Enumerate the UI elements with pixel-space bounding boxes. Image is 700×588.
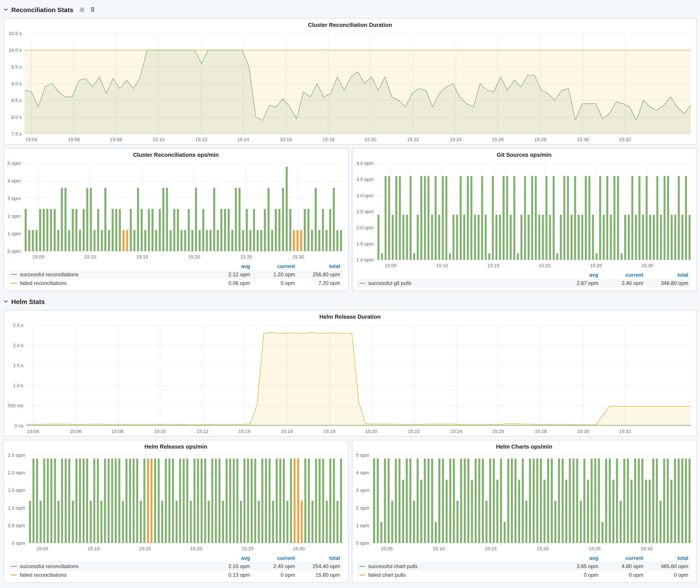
series-swatch: [11, 566, 17, 567]
cluster-reconciliations-chart[interactable]: 15:0515:1015:1515:2015:2515:300 opm1 opm…: [4, 159, 348, 262]
legend-header-current[interactable]: current: [253, 554, 298, 562]
legend-label[interactable]: successful reconciliations: [20, 271, 79, 278]
svg-text:1.5 opm: 1.5 opm: [8, 488, 25, 493]
legend-label[interactable]: successful reconciliations: [20, 563, 79, 569]
legend-avg-value: 2.87 opm: [556, 279, 601, 288]
svg-text:9.5 s: 9.5 s: [11, 64, 22, 70]
svg-text:9.0 s: 9.0 s: [11, 81, 22, 86]
legend-current-value: 0 opm: [253, 279, 298, 288]
legend: avg current total successful git pulls 2…: [352, 270, 696, 291]
svg-text:15:15: 15:15: [139, 546, 151, 551]
panel-title[interactable]: Cluster Reconciliations ops/min: [4, 149, 348, 159]
svg-text:15:16: 15:16: [281, 429, 293, 434]
legend-header-total[interactable]: total: [646, 554, 691, 562]
svg-text:15:08: 15:08: [110, 137, 122, 142]
svg-text:5 opm: 5 opm: [8, 161, 21, 166]
chevron-down-icon[interactable]: [3, 299, 8, 304]
legend-avg-value: 0.13 opm: [208, 571, 253, 579]
svg-text:15:10: 15:10: [153, 137, 165, 142]
trash-icon[interactable]: [90, 6, 96, 13]
legend-header-avg[interactable]: avg: [208, 554, 253, 562]
svg-text:15:20: 15:20: [539, 263, 550, 268]
svg-text:2.5 opm: 2.5 opm: [356, 209, 374, 214]
legend: avg current total successful reconciliat…: [4, 262, 348, 291]
legend-header-row: avg current total: [8, 554, 343, 562]
chevron-down-icon[interactable]: [3, 7, 8, 12]
svg-text:15:05: 15:05: [32, 254, 44, 260]
legend-row-failed: failed chart pulls 0 opm 0 opm 0 opm: [356, 571, 691, 579]
svg-text:15:16: 15:16: [280, 137, 292, 142]
svg-text:15:30: 15:30: [577, 429, 589, 434]
svg-text:0 opm: 0 opm: [356, 540, 369, 546]
svg-text:3 opm: 3 opm: [8, 196, 21, 201]
panel-title[interactable]: Git Sources ops/min: [352, 149, 696, 159]
svg-text:15:30: 15:30: [641, 263, 653, 268]
svg-text:15:30: 15:30: [292, 254, 304, 260]
series-swatch: [11, 274, 17, 275]
svg-text:15:32: 15:32: [619, 137, 631, 142]
svg-text:15:10: 15:10: [84, 254, 96, 260]
svg-text:0 opm: 0 opm: [12, 540, 25, 546]
legend-total-value: 254.40 opm: [298, 562, 343, 571]
helm-charts-chart[interactable]: 15:0515:1015:1515:2015:2515:300 opm1 opm…: [352, 451, 696, 553]
legend-current-value: 0 opm: [601, 571, 646, 579]
legend-avg-value: 3.85 opm: [556, 562, 601, 571]
helm-release-duration-chart[interactable]: 15:0415:0615:0815:1015:1215:1415:1615:18…: [4, 321, 696, 436]
legend-avg-value: 2.10 opm: [208, 562, 253, 571]
svg-text:0 opm: 0 opm: [8, 249, 21, 254]
row-actions: [79, 6, 96, 13]
legend-header-row: avg current total: [8, 262, 343, 270]
series-swatch: [359, 566, 365, 567]
legend-label[interactable]: successful chart pulls: [368, 563, 418, 569]
legend-header-avg[interactable]: avg: [556, 554, 601, 562]
svg-text:15:22: 15:22: [408, 429, 420, 434]
legend-current-value: 0 opm: [253, 571, 298, 579]
row-header-helm-stats: Helm Stats: [3, 295, 697, 307]
legend-header-current[interactable]: current: [601, 554, 646, 562]
panel-title[interactable]: Cluster Reconciliation Duration: [4, 19, 696, 29]
panel-title[interactable]: Helm Release Duration: [4, 310, 696, 321]
legend-header-current[interactable]: current: [253, 262, 298, 270]
panel-helm-charts-opm: Helm Charts ops/min 15:0515:1015:1515:20…: [352, 440, 697, 583]
panel-title[interactable]: Helm Releases ops/min: [4, 440, 348, 451]
svg-text:1.0 opm: 1.0 opm: [8, 505, 25, 511]
svg-text:15:25: 15:25: [240, 254, 252, 260]
svg-text:4 opm: 4 opm: [8, 178, 21, 184]
legend-header-current[interactable]: current: [601, 271, 646, 279]
cluster-reconciliation-duration-chart[interactable]: 15:0415:0615:0815:1015:1215:1415:1615:18…: [4, 29, 696, 144]
legend-avg-value: 0.06 opm: [208, 279, 253, 288]
svg-text:3 opm: 3 opm: [356, 488, 369, 493]
legend-header-avg[interactable]: avg: [556, 271, 601, 279]
svg-text:15:10: 15:10: [88, 546, 100, 551]
row-title[interactable]: Helm Stats: [11, 298, 45, 305]
series-swatch: [359, 283, 365, 284]
legend-label[interactable]: failed chart pulls: [368, 572, 406, 578]
svg-text:2 opm: 2 opm: [356, 505, 369, 511]
svg-text:2.0 opm: 2.0 opm: [356, 225, 374, 230]
svg-text:7.5 s: 7.5 s: [11, 131, 22, 137]
svg-text:15:28: 15:28: [535, 429, 547, 434]
git-sources-chart[interactable]: 15:0515:1015:1515:2015:2515:301.0 opm1.5…: [352, 159, 696, 270]
panel-cluster-reconciliation-duration: Cluster Reconciliation Duration 15:0415:…: [3, 18, 697, 145]
series-swatch: [11, 575, 17, 575]
panel-helm-releases-opm: Helm Releases ops/min 15:0515:1015:1515:…: [3, 440, 348, 583]
legend-header-total[interactable]: total: [298, 262, 343, 270]
legend-label[interactable]: failed reconciliations: [20, 280, 67, 286]
panel-title[interactable]: Helm Charts ops/min: [352, 440, 696, 451]
svg-text:15:14: 15:14: [237, 137, 249, 142]
legend-header-row: avg current total: [356, 271, 691, 279]
panel-helm-release-duration: Helm Release Duration 15:0415:0615:0815:…: [3, 310, 697, 436]
row-title[interactable]: Reconciliation Stats: [11, 6, 73, 13]
legend-header-total[interactable]: total: [646, 271, 691, 279]
legend-row-successful: successful reconciliations 2.10 opm 2.40…: [8, 562, 343, 571]
helm-releases-chart[interactable]: 15:0515:1015:1515:2015:2515:300 opm0.5 o…: [4, 451, 348, 553]
legend-avg-value: 2.12 opm: [208, 270, 253, 279]
legend-label[interactable]: successful git pulls: [368, 280, 411, 286]
legend-header-total[interactable]: total: [298, 554, 343, 562]
legend-header-avg[interactable]: avg: [208, 262, 253, 270]
svg-text:15:15: 15:15: [487, 263, 499, 268]
legend: avg current total successful reconciliat…: [4, 553, 348, 582]
svg-text:15:25: 15:25: [590, 263, 602, 268]
legend-label[interactable]: failed reconciliations: [20, 572, 67, 578]
gear-icon[interactable]: [79, 6, 85, 13]
